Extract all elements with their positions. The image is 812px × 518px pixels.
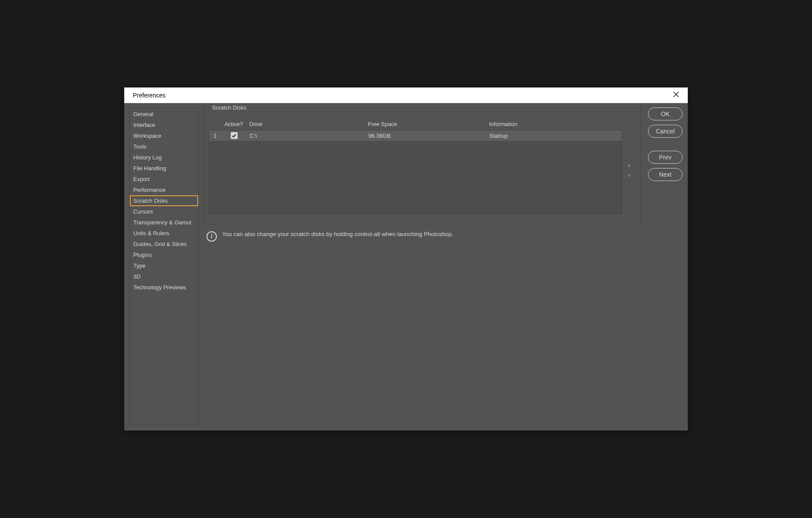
info-icon: i (206, 231, 217, 242)
cancel-button[interactable]: Cancel (648, 125, 683, 138)
sidebar-item-history-log[interactable]: History Log (130, 152, 198, 163)
sidebar-item-scratch-disks[interactable]: Scratch Disks (130, 195, 198, 206)
checkmark-icon (232, 133, 237, 138)
table-row[interactable]: 1 C:\ 96.36GB Startup (209, 130, 622, 141)
table-rows-area: 1 C:\ 96.36GB Startup (209, 130, 622, 214)
header-information: Information (489, 121, 622, 127)
move-down-button[interactable]: ▼ (626, 172, 632, 179)
close-icon (673, 91, 679, 97)
header-active: Active? (221, 121, 247, 127)
next-button[interactable]: Next (648, 168, 683, 181)
button-column: OK Cancel Prev Next (648, 107, 683, 425)
preferences-sidebar: General Interface Workspace Tools Histor… (129, 107, 199, 425)
ok-button[interactable]: OK (648, 107, 683, 120)
reorder-arrows: ▲ ▼ (622, 121, 636, 220)
row-active-cell (221, 132, 247, 139)
sidebar-item-performance[interactable]: Performance (130, 185, 198, 195)
sidebar-item-cursors[interactable]: Cursors (130, 206, 198, 217)
sidebar-item-file-handling[interactable]: File Handling (130, 163, 198, 174)
hint-text: You can also change your scratch disks b… (222, 230, 454, 239)
sidebar-item-export[interactable]: Export (130, 174, 198, 185)
sidebar-item-3d[interactable]: 3D (130, 271, 198, 282)
row-information: Startup (490, 133, 622, 139)
dialog-body: General Interface Workspace Tools Histor… (124, 103, 688, 431)
sidebar-item-workspace[interactable]: Workspace (130, 130, 198, 141)
table-header: Active? Drive Free Space Information (209, 121, 622, 130)
scratch-disks-table: Active? Drive Free Space Information 1 (209, 121, 622, 220)
sidebar-item-guides-grid-slices[interactable]: Guides, Grid & Slices (130, 239, 198, 249)
sidebar-item-interface[interactable]: Interface (130, 120, 198, 130)
row-freespace: 96.36GB (368, 133, 490, 139)
sidebar-item-tools[interactable]: Tools (130, 141, 198, 152)
fieldset-title: Scratch Disks (209, 104, 249, 111)
close-button[interactable] (670, 90, 683, 101)
dialog-title: Preferences (133, 92, 165, 99)
preferences-dialog: Preferences General Interface Workspace … (124, 87, 688, 431)
active-checkbox[interactable] (231, 132, 238, 139)
main-content: Scratch Disks Active? Drive Free Space I… (204, 107, 643, 425)
dialog-titlebar: Preferences (124, 87, 688, 103)
header-freespace: Free Space (368, 121, 489, 127)
row-drive: C:\ (247, 133, 368, 139)
hint-row: i You can also change your scratch disks… (204, 224, 641, 242)
move-up-button[interactable]: ▲ (626, 162, 632, 168)
sidebar-item-general[interactable]: General (130, 109, 198, 120)
scratch-disks-fieldset: Scratch Disks Active? Drive Free Space I… (204, 107, 641, 224)
header-index (209, 121, 221, 127)
sidebar-item-units-rulers[interactable]: Units & Rulers (130, 228, 198, 239)
header-drive: Drive (247, 121, 368, 127)
sidebar-item-type[interactable]: Type (130, 260, 198, 271)
sidebar-item-technology-previews[interactable]: Technology Previews (130, 282, 198, 293)
prev-button[interactable]: Prev (648, 151, 683, 164)
sidebar-item-transparency-gamut[interactable]: Transparency & Gamut (130, 217, 198, 228)
row-index: 1 (209, 133, 221, 139)
sidebar-item-plugins[interactable]: Plugins (130, 249, 198, 260)
